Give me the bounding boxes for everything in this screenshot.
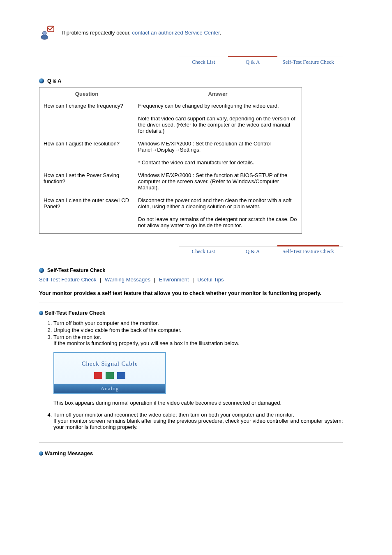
- step-4: Turn off your monitor and reconnect the …: [53, 412, 294, 418]
- a-cell: Windows ME/XP/2000 : Set the function at…: [134, 170, 302, 196]
- a-cell: Windows ME/XP/2000 : Set the resolution …: [134, 139, 302, 158]
- list-item: Unplug the video cable from the back of …: [53, 327, 343, 333]
- service-center-link[interactable]: contact an authorized Service Center: [132, 30, 220, 36]
- bullet-icon: [39, 311, 43, 315]
- warning-messages-subhead: Warning Messages: [39, 450, 343, 456]
- a-cell: Note that video card support can vary, d…: [134, 114, 302, 139]
- intro-prefix: If problems repeatedly occur,: [62, 30, 132, 36]
- qa-heading: Q & A: [39, 78, 343, 84]
- self-test-heading: Self-Test Feature Check: [39, 267, 343, 273]
- divider: [39, 302, 343, 302]
- link-environment[interactable]: Environment: [159, 276, 189, 283]
- link-useful-tips[interactable]: Useful Tips: [197, 276, 224, 283]
- qa-heading-text: Q & A: [47, 78, 61, 84]
- svg-point-1: [43, 31, 47, 35]
- intro-suffix: .: [220, 30, 221, 36]
- self-test-steps: Turn off both your computer and the moni…: [39, 320, 343, 430]
- tab-check-list[interactable]: Check List: [179, 246, 228, 256]
- divider: [39, 442, 343, 443]
- table-row: How can I clean the outer case/LCD Panel…: [39, 196, 302, 214]
- q-cell: How can I adjust the resolution?: [39, 139, 134, 170]
- intro-text: If problems repeatedly occur, contact an…: [62, 30, 221, 36]
- list-item: Turn off your monitor and reconnect the …: [53, 412, 343, 430]
- tab-self-test[interactable]: Self-Test Feature Check: [277, 245, 339, 256]
- table-row: How can I change the frequency? Frequenc…: [39, 101, 302, 114]
- a-cell: Disconnect the power cord and then clean…: [134, 196, 302, 214]
- bullet-icon: [39, 268, 44, 273]
- svg-point-0: [41, 35, 48, 39]
- tabs-bottom: Check List Q & A Self-Test Feature Check: [179, 246, 343, 256]
- separator: |: [154, 276, 155, 283]
- tab-qa[interactable]: Q & A: [228, 246, 277, 256]
- bullet-icon: [39, 451, 43, 456]
- step-1: Turn off both your computer and the moni…: [53, 320, 159, 326]
- step-3: Turn on the monitor.: [53, 334, 101, 340]
- tab-qa[interactable]: Q & A: [228, 56, 277, 67]
- link-self-test[interactable]: Self-Test Feature Check: [39, 276, 96, 283]
- step-4-extra: If your monitor screen remains blank aft…: [53, 418, 343, 430]
- tab-check-list[interactable]: Check List: [179, 56, 228, 67]
- a-cell: Frequency can be changed by reconfigurin…: [134, 101, 302, 114]
- col-question: Question: [39, 88, 134, 101]
- rgb-swatches: [54, 372, 165, 379]
- service-icon: [39, 25, 55, 40]
- check-signal-cable-box: Check Signal Cable Analog: [53, 352, 166, 394]
- col-answer: Answer: [134, 88, 302, 101]
- a-cell: * Contact the video card manufacturer fo…: [134, 158, 302, 170]
- q-cell: How can I clean the outer case/LCD Panel…: [39, 196, 134, 234]
- signal-box-footer: Analog: [54, 384, 165, 393]
- tab-self-test[interactable]: Self-Test Feature Check: [277, 56, 339, 67]
- self-test-intro: Your monitor provides a self test featur…: [39, 290, 343, 296]
- self-test-subhead-text: Self-Test Feature Check: [45, 310, 105, 316]
- qa-table: Question Answer How can I change the fre…: [39, 87, 302, 234]
- table-row: How can I set the Power Saving function?…: [39, 170, 302, 196]
- separator: |: [100, 276, 101, 283]
- swatch-blue: [117, 372, 125, 379]
- self-test-subhead: Self-Test Feature Check: [39, 310, 343, 316]
- warning-messages-text: Warning Messages: [45, 450, 93, 456]
- step-3-extra: If the monitor is functioning properly, …: [53, 340, 343, 346]
- step-2: Unplug the video cable from the back of …: [53, 327, 181, 333]
- after-box-text: This box appears during normal operation…: [53, 400, 343, 406]
- tabs-top: Check List Q & A Self-Test Feature Check: [179, 57, 343, 67]
- q-cell: How can I change the frequency?: [39, 101, 134, 139]
- separator: |: [192, 276, 194, 283]
- q-cell: How can I set the Power Saving function?: [39, 170, 134, 196]
- bullet-icon: [39, 78, 44, 83]
- intro-row: If problems repeatedly occur, contact an…: [39, 25, 343, 40]
- self-test-heading-text: Self-Test Feature Check: [47, 267, 105, 273]
- list-item: Turn off both your computer and the moni…: [53, 320, 343, 326]
- table-row: How can I adjust the resolution? Windows…: [39, 139, 302, 158]
- self-test-sublinks: Self-Test Feature Check | Warning Messag…: [39, 276, 343, 283]
- swatch-red: [94, 372, 102, 379]
- list-item: Turn on the monitor. If the monitor is f…: [53, 334, 343, 406]
- link-warning-messages[interactable]: Warning Messages: [105, 276, 150, 283]
- a-cell: Do not leave any remains of the detergen…: [134, 214, 302, 234]
- signal-box-title: Check Signal Cable: [54, 360, 165, 367]
- swatch-green: [106, 372, 114, 379]
